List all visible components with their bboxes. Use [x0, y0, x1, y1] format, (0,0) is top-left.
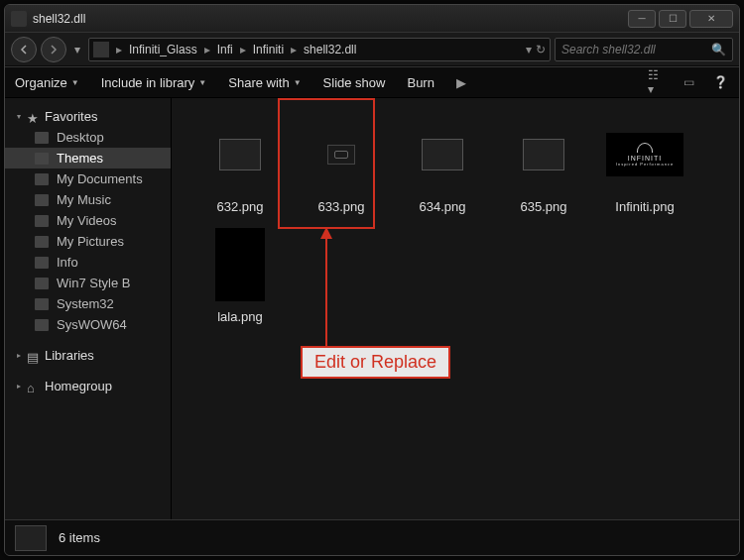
sidebar-item-my-videos[interactable]: My Videos	[5, 210, 171, 231]
file-item[interactable]: 635.png	[493, 110, 594, 220]
chevron-down-icon: ▼	[198, 78, 206, 87]
file-item[interactable]: 632.png	[189, 110, 291, 220]
sidebar-item-win7-style-b[interactable]: Win7 Style B	[5, 273, 171, 293]
chevron-right-icon: ▸	[17, 351, 21, 360]
search-input[interactable]	[561, 43, 711, 56]
folder-icon	[15, 525, 47, 551]
close-button[interactable]: ✕	[689, 10, 733, 28]
forward-button[interactable]	[41, 37, 66, 62]
toolbar-more-button[interactable]: ▶	[456, 75, 466, 90]
folder-icon	[35, 194, 49, 206]
annotation-label: Edit or Replace	[301, 346, 450, 379]
breadcrumb-segment[interactable]: shell32.dll	[302, 43, 358, 56]
file-thumbnail: INFINITIInspired Performance	[606, 116, 683, 193]
sidebar-homegroup-header[interactable]: ▸ ⌂ Homegroup	[5, 376, 171, 396]
nav-bar: ▾ ▸ Infiniti_Glass ▸ Infi ▸ Infiniti ▸ s…	[5, 33, 739, 66]
folder-icon	[35, 298, 49, 310]
sidebar-item-label: My Pictures	[57, 234, 124, 249]
minimize-button[interactable]: ─	[628, 10, 656, 28]
sidebar-item-label: My Music	[57, 192, 111, 207]
homegroup-icon: ⌂	[27, 381, 39, 392]
chevron-right-icon: ▸	[237, 43, 249, 56]
file-label: 634.png	[420, 199, 466, 214]
sidebar-item-syswow64[interactable]: SysWOW64	[5, 314, 171, 335]
sidebar-item-themes[interactable]: Themes	[5, 148, 171, 168]
breadcrumb-dropdown[interactable]: ▾	[526, 43, 532, 56]
chevron-right-icon: ▸	[113, 43, 125, 56]
share-with-button[interactable]: Share with ▼	[228, 75, 301, 90]
sidebar-item-desktop[interactable]: Desktop	[5, 127, 171, 148]
status-bar: 6 items	[5, 519, 739, 555]
sidebar-item-info[interactable]: Info	[5, 252, 171, 273]
file-label: lala.png	[217, 309, 263, 324]
window-title: shell32.dll	[33, 12, 628, 26]
maximize-button[interactable]: ☐	[659, 10, 686, 28]
help-button[interactable]: ❔	[711, 73, 729, 91]
burn-button[interactable]: Burn	[407, 75, 434, 90]
folder-icon	[35, 257, 49, 269]
view-mode-button[interactable]: ☷ ▾	[648, 73, 666, 91]
chevron-right-icon: ▸	[201, 43, 213, 56]
file-item[interactable]: INFINITIInspired PerformanceInfiniti.png	[594, 110, 695, 220]
sidebar-item-label: My Videos	[57, 213, 116, 228]
back-button[interactable]	[11, 37, 37, 62]
sidebar-item-label: My Documents	[57, 171, 143, 186]
folder-icon	[35, 153, 49, 165]
file-item[interactable]: lala.png	[189, 220, 291, 330]
file-thumbnail	[404, 116, 481, 193]
refresh-button[interactable]: ↻	[536, 43, 546, 56]
search-box[interactable]: 🔍	[555, 38, 733, 61]
folder-icon	[35, 236, 49, 248]
history-dropdown[interactable]: ▾	[70, 37, 84, 62]
file-item[interactable]: 634.png	[392, 110, 493, 220]
sidebar-favorites-header[interactable]: ▾ ★ Favorites	[5, 106, 171, 127]
slideshow-button[interactable]: Slide show	[323, 75, 386, 90]
breadcrumb-segment[interactable]: Infiniti_Glass	[127, 43, 199, 56]
sidebar-item-label: Info	[57, 255, 78, 270]
file-thumbnail	[505, 116, 582, 193]
folder-icon	[35, 319, 49, 331]
star-icon: ★	[27, 111, 39, 123]
sidebar-libraries-header[interactable]: ▸ ▤ Libraries	[5, 345, 171, 366]
folder-icon	[93, 42, 109, 57]
file-item[interactable]: 633.png	[291, 110, 392, 220]
file-label: 633.png	[318, 199, 365, 214]
breadcrumb-segment[interactable]: Infiniti	[251, 43, 286, 56]
sidebar-item-my-documents[interactable]: My Documents	[5, 168, 171, 189]
file-view[interactable]: 632.png633.png634.png635.pngINFINITIInsp…	[172, 98, 739, 519]
sidebar: ▾ ★ Favorites DesktopThemesMy DocumentsM…	[5, 98, 172, 519]
library-icon: ▤	[27, 350, 39, 362]
organize-button[interactable]: Organize ▼	[15, 75, 79, 90]
file-label: Infiniti.png	[615, 199, 674, 214]
sidebar-item-my-music[interactable]: My Music	[5, 189, 171, 210]
chevron-down-icon: ▾	[17, 112, 21, 121]
content-area: ▾ ★ Favorites DesktopThemesMy DocumentsM…	[5, 98, 739, 519]
folder-icon	[35, 173, 49, 185]
arrow-left-icon	[19, 45, 29, 55]
chevron-right-icon: ▸	[17, 382, 21, 391]
chevron-right-icon: ▸	[288, 43, 300, 56]
chevron-down-icon: ▼	[71, 78, 79, 87]
folder-icon	[35, 132, 49, 144]
sidebar-item-my-pictures[interactable]: My Pictures	[5, 231, 171, 252]
file-label: 635.png	[521, 199, 567, 214]
app-icon	[11, 11, 27, 27]
sidebar-item-system32[interactable]: System32	[5, 293, 171, 314]
folder-icon	[35, 215, 49, 227]
breadcrumb[interactable]: ▸ Infiniti_Glass ▸ Infi ▸ Infiniti ▸ she…	[88, 38, 551, 61]
preview-pane-button[interactable]: ▭	[680, 73, 697, 91]
status-item-count: 6 items	[59, 530, 100, 545]
titlebar: shell32.dll ─ ☐ ✕	[5, 5, 739, 33]
sidebar-item-label: Win7 Style B	[57, 276, 130, 290]
sidebar-item-label: Desktop	[57, 130, 104, 145]
sidebar-item-label: SysWOW64	[57, 317, 127, 332]
explorer-window: shell32.dll ─ ☐ ✕ ▾ ▸ Infiniti_Glass ▸ I…	[4, 4, 740, 556]
file-label: 632.png	[217, 199, 264, 214]
include-library-button[interactable]: Include in library ▼	[101, 75, 207, 90]
file-thumbnail	[303, 116, 380, 193]
file-thumbnail	[201, 116, 279, 193]
breadcrumb-segment[interactable]: Infi	[215, 43, 235, 56]
search-icon: 🔍	[711, 43, 726, 56]
folder-icon	[35, 278, 49, 289]
file-thumbnail	[201, 226, 279, 303]
